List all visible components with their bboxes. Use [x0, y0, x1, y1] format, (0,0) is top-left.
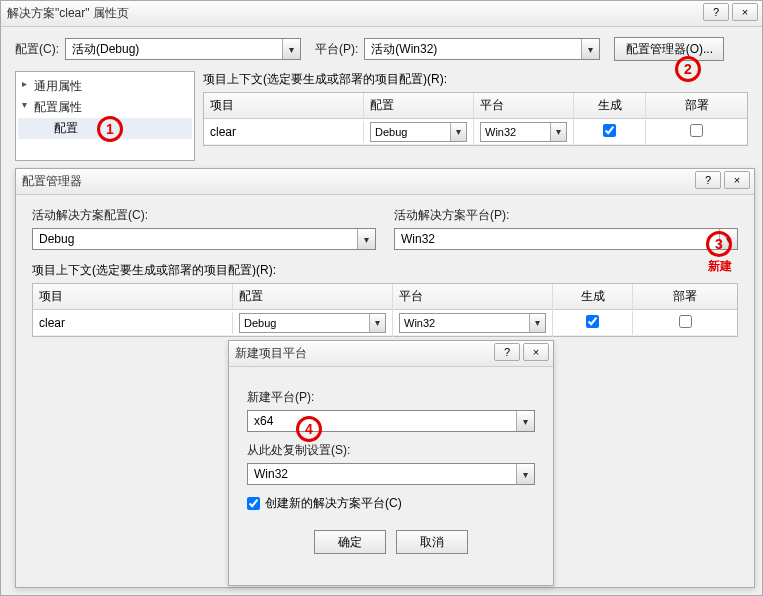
chevron-down-icon[interactable] [282, 39, 300, 59]
d1-close-button[interactable]: × [732, 3, 758, 21]
d2-gh-cfg: 配置 [233, 284, 393, 309]
d2-grid: 项目 配置 平台 生成 部署 clear Debug Win32 [32, 283, 738, 337]
active-plat-combo[interactable]: Win32 [394, 228, 738, 250]
platform-label: 平台(P): [315, 41, 358, 58]
active-cfg-combo[interactable]: Debug [32, 228, 376, 250]
marker-1: 1 [97, 116, 123, 142]
copy-from-label: 从此处复制设置(S): [247, 442, 535, 459]
new-plat-label: 新建平台(P): [247, 389, 535, 406]
d1-gh-proj: 项目 [204, 93, 364, 118]
d1-grid: 项目 配置 平台 生成 部署 clear Debug [203, 92, 748, 146]
chevron-down-icon[interactable] [369, 314, 385, 332]
copy-from-value: Win32 [248, 467, 516, 481]
d1-cfg-value: Debug [371, 123, 450, 141]
new-plat-combo[interactable]: x64 [247, 410, 535, 432]
config-combo[interactable]: 活动(Debug) [65, 38, 301, 60]
d2-gh-deploy: 部署 [633, 284, 737, 309]
d2-table-row: clear Debug Win32 [33, 310, 737, 336]
d1-deploy-checkbox[interactable] [690, 124, 703, 137]
d2-cfg-value: Debug [240, 314, 369, 332]
d1-gh-plat: 平台 [474, 93, 574, 118]
d1-plat-value: Win32 [481, 123, 550, 141]
create-sln-plat-label: 创建新的解决方案平台(C) [265, 495, 402, 512]
d1-table-row: clear Debug Win32 [204, 119, 747, 145]
marker-2: 2 [675, 56, 701, 82]
d1-title: 解决方案"clear" 属性页 [7, 5, 129, 22]
config-label: 配置(C): [15, 41, 59, 58]
platform-combo-value: 活动(Win32) [365, 41, 581, 58]
config-combo-value: 活动(Debug) [66, 41, 282, 58]
d2-deploy-checkbox[interactable] [679, 315, 692, 328]
marker-4: 4 [296, 416, 322, 442]
d1-cell-proj: clear [204, 121, 364, 143]
chevron-down-icon[interactable] [450, 123, 466, 141]
d2-cfg-combo[interactable]: Debug [239, 313, 386, 333]
active-plat-value: Win32 [395, 232, 719, 246]
cancel-button[interactable]: 取消 [396, 530, 468, 554]
tree-common-props[interactable]: 通用属性 [18, 76, 192, 97]
d1-plat-combo[interactable]: Win32 [480, 122, 567, 142]
marker-3: 3 [706, 231, 732, 257]
d2-titlebar: 配置管理器 ? × [16, 169, 754, 195]
d2-context-label: 项目上下文(选定要生成或部署的项目配置)(R): [32, 262, 738, 279]
active-cfg-value: Debug [33, 232, 357, 246]
new-platform-dialog: 新建项目平台 ? × 新建平台(P): x64 从此处复制设置(S): Win3… [228, 340, 554, 586]
chevron-down-icon[interactable] [529, 314, 545, 332]
d2-plat-value: Win32 [400, 314, 529, 332]
d1-cfg-combo[interactable]: Debug [370, 122, 467, 142]
chevron-down-icon[interactable] [357, 229, 375, 249]
d1-gh-deploy: 部署 [646, 93, 747, 118]
d2-cell-proj: clear [33, 312, 233, 334]
platform-combo[interactable]: 活动(Win32) [364, 38, 600, 60]
d3-close-button[interactable]: × [523, 343, 549, 361]
create-sln-plat-checkbox[interactable] [247, 497, 260, 510]
d1-help-button[interactable]: ? [703, 3, 729, 21]
d3-help-button[interactable]: ? [494, 343, 520, 361]
d2-gh-plat: 平台 [393, 284, 553, 309]
d1-context-label: 项目上下文(选定要生成或部署的项目配置)(R): [203, 71, 748, 88]
config-manager-button[interactable]: 配置管理器(O)... [614, 37, 724, 61]
chevron-down-icon[interactable] [581, 39, 599, 59]
d1-gh-cfg: 配置 [364, 93, 474, 118]
d1-gh-build: 生成 [574, 93, 646, 118]
tree-config-props[interactable]: 配置属性 [18, 97, 192, 118]
ok-button[interactable]: 确定 [314, 530, 386, 554]
active-plat-label: 活动解决方案平台(P): [394, 207, 738, 224]
d2-plat-combo[interactable]: Win32 [399, 313, 546, 333]
active-cfg-label: 活动解决方案配置(C): [32, 207, 376, 224]
d2-build-checkbox[interactable] [586, 315, 599, 328]
d2-gh-build: 生成 [553, 284, 633, 309]
copy-from-combo[interactable]: Win32 [247, 463, 535, 485]
d3-title: 新建项目平台 [235, 345, 307, 362]
chevron-down-icon[interactable] [516, 464, 534, 484]
d2-help-button[interactable]: ? [695, 171, 721, 189]
d1-build-checkbox[interactable] [603, 124, 616, 137]
chevron-down-icon[interactable] [550, 123, 566, 141]
d2-title: 配置管理器 [22, 173, 82, 190]
background-hint [532, 3, 662, 33]
d2-close-button[interactable]: × [724, 171, 750, 189]
d3-titlebar: 新建项目平台 ? × [229, 341, 553, 367]
chevron-down-icon[interactable] [516, 411, 534, 431]
new-plat-value: x64 [248, 414, 516, 428]
d2-gh-proj: 项目 [33, 284, 233, 309]
new-annotation-text: 新建 [708, 258, 732, 275]
